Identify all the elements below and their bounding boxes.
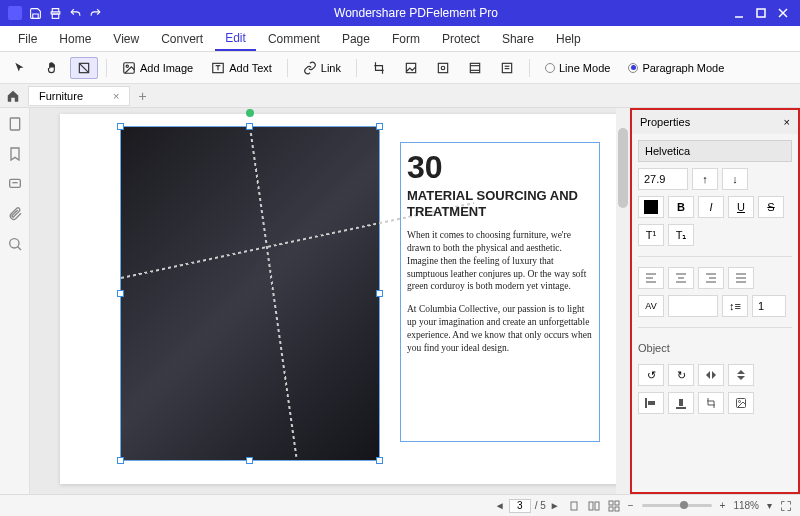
header-footer-tool[interactable] (461, 57, 489, 79)
superscript-button[interactable]: T¹ (638, 224, 664, 246)
strikethrough-button[interactable]: S (758, 196, 784, 218)
svg-rect-45 (571, 502, 577, 510)
undo-icon[interactable] (68, 6, 82, 20)
zoom-out-button[interactable]: − (628, 500, 634, 511)
edit-tool[interactable] (70, 57, 98, 79)
tab-label: Furniture (39, 90, 83, 102)
rotate-left-button[interactable]: ↺ (638, 364, 664, 386)
watermark-tool[interactable] (397, 57, 425, 79)
resize-handle[interactable] (246, 123, 253, 130)
replace-image-button[interactable] (728, 392, 754, 414)
bookmarks-icon[interactable] (7, 146, 23, 162)
resize-handle[interactable] (117, 290, 124, 297)
underline-button[interactable]: U (728, 196, 754, 218)
bold-button[interactable]: B (668, 196, 694, 218)
svg-rect-49 (615, 501, 619, 505)
align-justify-button[interactable] (728, 267, 754, 289)
text-color-swatch[interactable] (638, 196, 664, 218)
menu-convert[interactable]: Convert (151, 28, 213, 50)
paragraph-mode-radio[interactable]: Paragraph Mode (621, 58, 731, 78)
bates-tool[interactable] (493, 57, 521, 79)
menu-share[interactable]: Share (492, 28, 544, 50)
rotate-handle[interactable] (246, 109, 254, 117)
resize-handle[interactable] (246, 457, 253, 464)
char-spacing-input[interactable] (668, 295, 718, 317)
align-center-button[interactable] (668, 267, 694, 289)
prev-page-button[interactable]: ◄ (495, 500, 505, 511)
line-mode-radio[interactable]: Line Mode (538, 58, 617, 78)
comments-icon[interactable] (7, 176, 23, 192)
attachments-icon[interactable] (7, 206, 23, 222)
title-bar: Wondershare PDFelement Pro (0, 0, 800, 26)
vertical-scrollbar[interactable] (616, 108, 630, 494)
paragraph-mode-label: Paragraph Mode (642, 62, 724, 74)
text-block[interactable]: 30 MATERIAL SOURCING AND TREATMENT When … (400, 142, 600, 442)
tab-add-button[interactable]: + (138, 88, 146, 104)
rotate-right-button[interactable]: ↻ (668, 364, 694, 386)
subscript-button[interactable]: T₁ (668, 224, 694, 246)
home-icon[interactable] (6, 89, 20, 103)
save-icon[interactable] (28, 6, 42, 20)
fullscreen-icon[interactable] (780, 500, 792, 512)
align-left-button[interactable] (638, 267, 664, 289)
thumbnails-icon[interactable] (7, 116, 23, 132)
add-image-button[interactable]: Add Image (115, 57, 200, 79)
font-family-select[interactable]: Helvetica (638, 140, 792, 162)
zoom-slider[interactable] (642, 504, 712, 507)
svg-rect-14 (438, 63, 447, 72)
view-grid-icon[interactable] (608, 500, 620, 512)
resize-handle[interactable] (117, 123, 124, 130)
resize-handle[interactable] (117, 457, 124, 464)
menu-page[interactable]: Page (332, 28, 380, 50)
zoom-in-button[interactable]: + (720, 500, 726, 511)
view-single-icon[interactable] (568, 500, 580, 512)
menu-home[interactable]: Home (49, 28, 101, 50)
decrease-size-button[interactable]: ↓ (722, 168, 748, 190)
add-text-button[interactable]: Add Text (204, 57, 279, 79)
search-icon[interactable] (7, 236, 23, 252)
increase-size-button[interactable]: ↑ (692, 168, 718, 190)
left-sidebar (0, 108, 30, 494)
selected-image[interactable] (120, 126, 380, 461)
menu-protect[interactable]: Protect (432, 28, 490, 50)
print-icon[interactable] (48, 6, 62, 20)
italic-button[interactable]: I (698, 196, 724, 218)
view-continuous-icon[interactable] (588, 500, 600, 512)
menu-comment[interactable]: Comment (258, 28, 330, 50)
line-spacing-input[interactable]: 1 (752, 295, 786, 317)
select-tool[interactable] (6, 57, 34, 79)
align-object-bottom-button[interactable] (668, 392, 694, 414)
hand-tool[interactable] (38, 57, 66, 79)
svg-rect-51 (615, 507, 619, 511)
menu-view[interactable]: View (103, 28, 149, 50)
crop-object-button[interactable] (698, 392, 724, 414)
align-object-left-button[interactable] (638, 392, 664, 414)
font-size-input[interactable]: 27.9 (638, 168, 688, 190)
align-right-button[interactable] (698, 267, 724, 289)
flip-horizontal-button[interactable] (698, 364, 724, 386)
menu-form[interactable]: Form (382, 28, 430, 50)
document-tab[interactable]: Furniture × (28, 86, 130, 106)
menu-file[interactable]: File (8, 28, 47, 50)
link-button[interactable]: Link (296, 57, 348, 79)
resize-handle[interactable] (376, 457, 383, 464)
flip-vertical-button[interactable] (728, 364, 754, 386)
page-number-input[interactable] (509, 499, 531, 513)
canvas[interactable]: 30 MATERIAL SOURCING AND TREATMENT When … (30, 108, 630, 494)
next-page-button[interactable]: ► (550, 500, 560, 511)
background-tool[interactable] (429, 57, 457, 79)
menu-help[interactable]: Help (546, 28, 591, 50)
resize-handle[interactable] (376, 123, 383, 130)
maximize-icon[interactable] (754, 6, 768, 20)
zoom-dropdown-icon[interactable]: ▾ (767, 500, 772, 511)
menu-edit[interactable]: Edit (215, 27, 256, 51)
redo-icon[interactable] (88, 6, 102, 20)
properties-close-icon[interactable]: × (784, 116, 790, 128)
resize-handle[interactable] (376, 290, 383, 297)
properties-title: Properties (640, 116, 690, 128)
doc-heading: MATERIAL SOURCING AND TREATMENT (407, 188, 593, 219)
crop-tool[interactable] (365, 57, 393, 79)
minimize-icon[interactable] (732, 6, 746, 20)
tab-close-icon[interactable]: × (113, 90, 119, 102)
close-icon[interactable] (776, 6, 790, 20)
